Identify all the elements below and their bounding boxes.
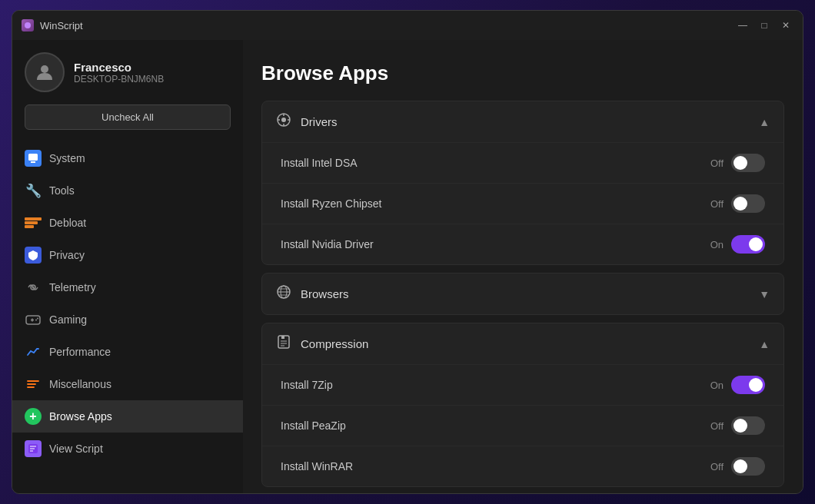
sidebar-item-misc[interactable]: Miscellanous: [12, 368, 243, 400]
svg-point-0: [25, 22, 31, 28]
svg-point-1: [41, 65, 48, 73]
ryzen-chipset-status: Off: [705, 198, 724, 210]
debloat-icon: [25, 214, 42, 231]
section-drivers: Drivers ▲ Install Intel DSA Off Install …: [261, 101, 784, 265]
sidebar-label-misc: Miscellanous: [49, 378, 111, 390]
sidebar: Francesco DESKTOP-BNJM6NB Uncheck All Sy…: [12, 40, 243, 493]
compression-chevron: ▲: [759, 338, 770, 350]
intel-dsa-toggle[interactable]: [731, 154, 765, 172]
svg-point-22: [281, 118, 286, 122]
user-section: Francesco DESKTOP-BNJM6NB: [12, 52, 243, 104]
7zip-label: Install 7Zip: [281, 379, 333, 391]
compression-icon: [276, 334, 291, 353]
svg-point-13: [37, 318, 38, 320]
svg-point-12: [35, 320, 37, 321]
nvidia-driver-status: On: [705, 239, 724, 250]
sidebar-item-telemetry[interactable]: Telemetry: [12, 271, 243, 303]
sidebar-label-tools: Tools: [49, 184, 75, 197]
titlebar: WinScript — □ ✕: [12, 11, 803, 40]
browsers-icon: [276, 284, 291, 303]
titlebar-left: WinScript: [22, 19, 83, 32]
username: Francesco: [74, 61, 164, 74]
nvidia-driver-toggle[interactable]: [731, 235, 765, 254]
ryzen-chipset-label: Install Ryzen Chipset: [281, 197, 382, 210]
main-content: Browse Apps: [243, 40, 803, 493]
telemetry-icon: [25, 279, 42, 296]
sidebar-label-debloat: Debloat: [49, 217, 86, 229]
sidebar-label-script: View Script: [49, 443, 103, 455]
winrar-toggle[interactable]: [731, 457, 765, 476]
sidebar-item-privacy[interactable]: Privacy: [12, 239, 243, 271]
svg-rect-2: [28, 154, 38, 161]
user-info: Francesco DESKTOP-BNJM6NB: [74, 61, 164, 85]
app-logo: [22, 19, 34, 32]
close-button[interactable]: ✕: [778, 18, 793, 33]
section-header-drivers[interactable]: Drivers ▲: [262, 101, 783, 142]
gaming-icon: [25, 311, 42, 328]
uncheck-all-button[interactable]: Uncheck All: [25, 104, 231, 130]
peazip-status: Off: [705, 420, 724, 432]
misc-icon: [25, 376, 42, 393]
svg-rect-33: [281, 336, 284, 339]
sidebar-label-system: System: [49, 152, 85, 164]
sidebar-item-system[interactable]: System: [12, 142, 243, 174]
svg-rect-3: [31, 161, 35, 163]
7zip-status: On: [705, 380, 724, 391]
sidebar-label-gaming: Gaming: [49, 313, 87, 326]
sidebar-item-script[interactable]: View Script: [12, 433, 243, 465]
sidebar-item-tools[interactable]: 🔧 Tools: [12, 174, 243, 207]
app-body: Francesco DESKTOP-BNJM6NB Uncheck All Sy…: [12, 40, 803, 493]
drivers-label: Drivers: [301, 115, 338, 128]
system-icon: [25, 150, 42, 167]
section-header-compression[interactable]: Compression ▲: [262, 323, 783, 364]
sidebar-item-performance[interactable]: Performance: [12, 336, 243, 368]
svg-rect-5: [25, 221, 38, 224]
ryzen-chipset-toggle[interactable]: [731, 194, 765, 213]
machine-name: DESKTOP-BNJM6NB: [74, 74, 164, 85]
item-nvidia-driver: Install Nvidia Driver On: [262, 224, 783, 264]
intel-dsa-label: Install Intel DSA: [281, 157, 358, 169]
browsers-chevron: ▼: [759, 288, 770, 300]
privacy-icon: [25, 247, 42, 264]
compression-label: Compression: [301, 337, 368, 350]
sidebar-item-gaming[interactable]: Gaming: [12, 303, 243, 336]
drivers-chevron: ▲: [759, 116, 770, 128]
avatar: [25, 52, 65, 92]
tools-icon: 🔧: [25, 182, 42, 199]
sidebar-label-telemetry: Telemetry: [49, 281, 96, 293]
svg-rect-4: [25, 217, 42, 220]
item-7zip: Install 7Zip On: [262, 364, 783, 405]
sidebar-label-performance: Performance: [49, 346, 111, 358]
item-peazip: Install PeaZip Off: [262, 405, 783, 446]
browse-icon: +: [25, 408, 42, 425]
nvidia-driver-label: Install Nvidia Driver: [281, 238, 374, 250]
sidebar-label-privacy: Privacy: [49, 249, 85, 261]
drivers-icon: [276, 112, 291, 131]
intel-dsa-status: Off: [705, 158, 724, 169]
section-browsers: Browsers ▼: [261, 273, 784, 315]
page-title: Browse Apps: [261, 61, 784, 85]
7zip-toggle[interactable]: [731, 376, 765, 394]
peazip-label: Install PeaZip: [281, 419, 346, 432]
sidebar-label-browse: Browse Apps: [49, 410, 112, 423]
winrar-status: Off: [705, 461, 724, 472]
sidebar-item-browse[interactable]: + Browse Apps: [12, 400, 243, 433]
svg-rect-6: [25, 225, 34, 228]
winrar-label: Install WinRAR: [281, 460, 353, 472]
browsers-label: Browsers: [301, 287, 349, 300]
section-header-browsers[interactable]: Browsers ▼: [262, 274, 783, 314]
window-controls: — □ ✕: [735, 18, 793, 33]
maximize-button[interactable]: □: [757, 18, 772, 33]
app-title: WinScript: [40, 20, 83, 32]
item-intel-dsa: Install Intel DSA Off: [262, 142, 783, 183]
script-icon: [25, 440, 42, 457]
minimize-button[interactable]: —: [735, 18, 750, 33]
peazip-toggle[interactable]: [731, 416, 765, 435]
section-compression: Compression ▲ Install 7Zip On Install Pe…: [261, 323, 784, 487]
item-ryzen-chipset: Install Ryzen Chipset Off: [262, 183, 783, 224]
item-winrar: Install WinRAR Off: [262, 446, 783, 486]
performance-icon: [25, 343, 42, 360]
svg-point-8: [32, 287, 35, 289]
sidebar-item-debloat[interactable]: Debloat: [12, 207, 243, 239]
main-window: WinScript — □ ✕ Francesco DESKTOP-BNJM: [12, 10, 803, 494]
